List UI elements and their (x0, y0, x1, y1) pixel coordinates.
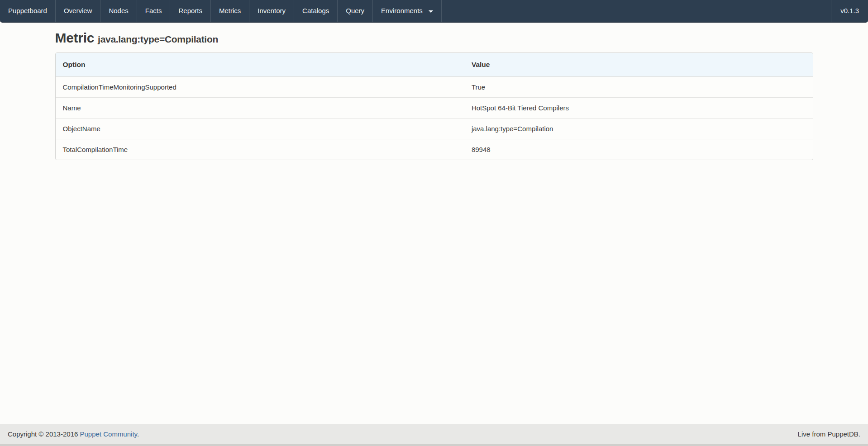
metric-table: Option Value CompilationTimeMonitoringSu… (55, 52, 813, 160)
option-cell: TotalCompilationTime (56, 139, 464, 160)
nav-item-overview[interactable]: Overview (56, 0, 101, 22)
value-cell: True (464, 77, 813, 98)
column-header-value: Value (464, 53, 813, 77)
nav-item-nodes[interactable]: Nodes (100, 0, 137, 22)
version-label: v0.1.3 (831, 0, 868, 22)
page-title: Metric java.lang:type=Compilation (55, 30, 813, 46)
nav-list: Puppetboard Overview Nodes Facts Reports… (0, 0, 442, 22)
nav-dropdown-environments[interactable]: Environments (373, 0, 442, 22)
option-cell: Name (56, 98, 464, 119)
navbar: Puppetboard Overview Nodes Facts Reports… (0, 0, 868, 23)
nav-item-catalogs[interactable]: Catalogs (294, 0, 338, 22)
copyright-text: Copyright © 2013-2016 Puppet Community. (8, 430, 139, 438)
nav-item-inventory[interactable]: Inventory (249, 0, 294, 22)
copyright-prefix: Copyright © 2013-2016 (8, 430, 80, 438)
nav-item-reports[interactable]: Reports (170, 0, 211, 22)
option-cell: CompilationTimeMonitoringSupported (56, 77, 464, 98)
nav-brand-puppetboard[interactable]: Puppetboard (0, 0, 56, 22)
table-row: CompilationTimeMonitoringSupported True (56, 77, 813, 98)
option-cell: ObjectName (56, 119, 464, 139)
table-row: ObjectName java.lang:type=Compilation (56, 119, 813, 139)
table-row: TotalCompilationTime 89948 (56, 139, 813, 160)
caret-down-icon (429, 10, 433, 13)
value-cell: 89948 (464, 139, 813, 160)
page-title-text: Metric (55, 30, 95, 45)
page-subtitle: java.lang:type=Compilation (98, 34, 218, 44)
nav-item-facts[interactable]: Facts (137, 0, 171, 22)
nav-item-query[interactable]: Query (338, 0, 373, 22)
live-from-puppetdb-text: Live from PuppetDB. (798, 430, 860, 438)
footer: Copyright © 2013-2016 Puppet Community. … (0, 424, 868, 446)
table-header-row: Option Value (56, 53, 813, 77)
copyright-suffix: . (137, 430, 139, 438)
table-row: Name HotSpot 64-Bit Tiered Compilers (56, 98, 813, 119)
value-cell: HotSpot 64-Bit Tiered Compilers (464, 98, 813, 119)
value-cell: java.lang:type=Compilation (464, 119, 813, 139)
nav-item-metrics[interactable]: Metrics (211, 0, 249, 22)
nav-dropdown-environments-label: Environments (381, 7, 423, 14)
main-content: Metric java.lang:type=Compilation Option… (55, 30, 813, 160)
puppet-community-link[interactable]: Puppet Community (80, 430, 137, 438)
column-header-option: Option (56, 53, 464, 77)
